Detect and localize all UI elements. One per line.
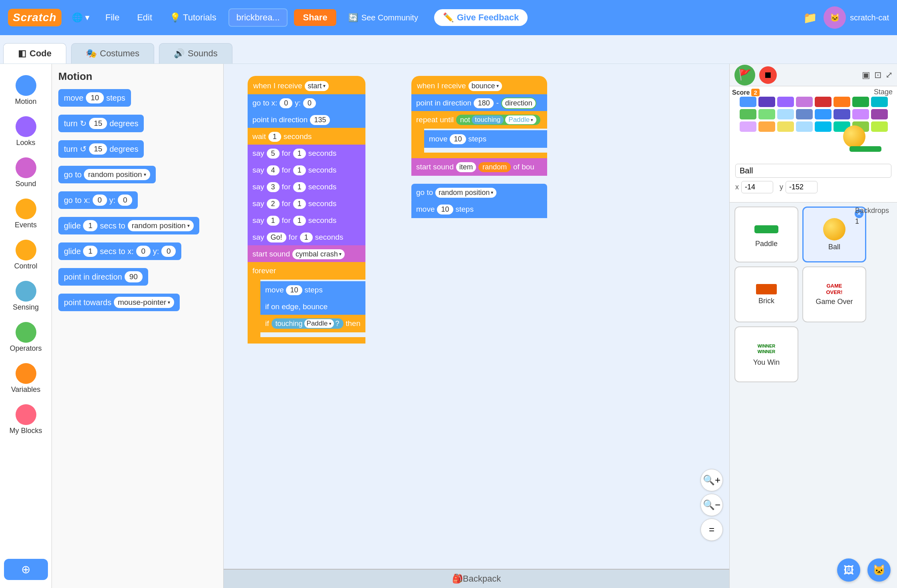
block-sound-random[interactable]: start sound item random of bou xyxy=(411,158,547,176)
block-move-bounce-end[interactable]: move 10 steps xyxy=(411,201,547,218)
script-2: when I receive bounce ▾ point in directi… xyxy=(411,76,547,218)
block-point-towards[interactable]: point towards mouse-pointer ▾ xyxy=(58,294,180,311)
x-coord-input[interactable] xyxy=(741,181,773,193)
block-move-forever[interactable]: move 10 steps xyxy=(260,281,365,299)
zoom-out-button[interactable]: 🔍− xyxy=(701,494,723,516)
block-glide-xy[interactable]: glide 1 secs to x: 0 y: 0 xyxy=(58,242,181,260)
block-goto-random-bounce[interactable]: go to random position ▾ xyxy=(411,184,547,201)
tutorials-button[interactable]: 💡 Tutorials xyxy=(164,10,222,25)
x-coord-field: x xyxy=(735,181,773,193)
sprite-grid-area: Paddle ✕ Ball Brick GAMEOVER! Game Over xyxy=(730,203,897,588)
zoom-out-icon: 🔍− xyxy=(703,499,720,511)
stop-button[interactable]: ⏹ xyxy=(759,66,777,84)
stage-preview: 🚩 ⏹ ▣ ⊡ ⤢ Score 2 Stage xyxy=(730,64,897,160)
brick-name: Brick xyxy=(758,297,774,305)
large-stage-button[interactable]: ⊡ xyxy=(874,70,881,80)
sidebar-item-control[interactable]: Control xyxy=(4,236,48,274)
block-say-go[interactable]: say Go! for 1 seconds xyxy=(248,228,365,246)
tutorials-icon: 💡 xyxy=(170,12,181,23)
sidebar-item-myblocks[interactable]: My Blocks xyxy=(4,401,48,438)
sprite-name-input[interactable] xyxy=(735,164,891,178)
block-goto-xy-s1[interactable]: go to x: 0 y: 0 xyxy=(248,94,365,112)
zoom-in-button[interactable]: 🔍+ xyxy=(701,469,723,491)
block-sound-cymbal[interactable]: start sound cymbal crash ▾ xyxy=(248,245,365,263)
stage-panel: 🚩 ⏹ ▣ ⊡ ⤢ Score 2 Stage xyxy=(729,64,897,588)
backpack-label: Backpack xyxy=(463,574,501,584)
folder-icon[interactable]: 📁 xyxy=(803,11,817,24)
edit-menu[interactable]: Edit xyxy=(131,10,158,25)
sidebar-item-operators[interactable]: Operators xyxy=(4,319,48,356)
ball-thumb xyxy=(823,218,845,240)
gameover-name: Game Over xyxy=(816,298,853,306)
block-move[interactable]: move 10 steps xyxy=(58,89,131,107)
small-stage-button[interactable]: ▣ xyxy=(862,70,870,80)
block-edge-bounce[interactable]: if on edge, bounce xyxy=(260,298,365,316)
sprite-card-brick[interactable]: Brick xyxy=(734,266,798,322)
project-name-button[interactable]: brickbrea... xyxy=(228,8,288,27)
file-menu[interactable]: File xyxy=(100,10,125,25)
block-say-5[interactable]: say 5 for 1 seconds xyxy=(248,145,365,162)
add-sprite-button[interactable]: 🐱 xyxy=(867,558,891,582)
color-swatch xyxy=(796,121,813,132)
sprite-card-youwin[interactable]: WINNERWINNER You Win xyxy=(734,326,798,382)
costumes-icon: 🎭 xyxy=(86,48,97,59)
sprite-card-gameover[interactable]: GAMEOVER! Game Over xyxy=(802,266,866,322)
block-goto-xy[interactable]: go to x: 0 y: 0 xyxy=(58,191,138,209)
sprite-card-paddle[interactable]: Paddle xyxy=(734,207,798,262)
sidebar-item-looks[interactable]: Looks xyxy=(4,113,48,150)
block-glide-random[interactable]: glide 1 secs to random position ▾ xyxy=(58,217,199,234)
block-turn-ccw[interactable]: turn ↺ 15 degrees xyxy=(58,140,144,158)
color-swatch xyxy=(815,121,832,132)
backpack-bar[interactable]: 🎒 Backpack xyxy=(224,569,729,588)
add-extension-button[interactable]: ⊕ xyxy=(4,559,48,580)
block-wait-1[interactable]: wait 1 seconds xyxy=(248,128,365,145)
user-area[interactable]: 🐱 scratch-cat xyxy=(824,6,889,29)
block-move-repeat[interactable]: move 10 steps xyxy=(424,130,547,148)
canvas-scroll[interactable]: when I receive start ▾ go to x: 0 y: 0 p… xyxy=(224,64,729,569)
zoom-fit-button[interactable]: = xyxy=(701,518,723,541)
sidebar-item-events[interactable]: Events xyxy=(4,195,48,232)
block-forever[interactable]: forever move 10 steps if on edge, bounce xyxy=(248,262,365,344)
y-coord-input[interactable] xyxy=(786,181,818,193)
community-button[interactable]: 🔄 See Community xyxy=(343,10,424,25)
color-swatch xyxy=(758,97,775,107)
color-swatch xyxy=(871,109,888,119)
hat-receive-bounce[interactable]: when I receive bounce ▾ xyxy=(411,76,547,95)
sprite-coords: x y xyxy=(735,181,891,193)
color-swatch xyxy=(777,109,794,119)
block-point-direction-bounce[interactable]: point in direction 180 - direction xyxy=(411,94,547,112)
sprite-grid: Paddle ✕ Ball Brick GAMEOVER! Game Over xyxy=(734,207,892,382)
sidebar-item-sound[interactable]: Sound xyxy=(4,154,48,191)
color-swatch xyxy=(777,97,794,107)
block-if-touching[interactable]: if touching Paddle ▾ ? then xyxy=(260,315,365,332)
share-button[interactable]: Share xyxy=(294,9,336,26)
feedback-button[interactable]: ✏️ Give Feedback xyxy=(434,9,528,26)
sidebar-item-variables[interactable]: Variables xyxy=(4,360,48,397)
block-say-3[interactable]: say 3 for 1 seconds xyxy=(248,178,365,196)
sidebar-item-sensing[interactable]: Sensing xyxy=(4,278,48,315)
tab-sounds[interactable]: 🔊 Sounds xyxy=(159,43,232,64)
green-flag-button[interactable]: 🚩 xyxy=(734,65,755,85)
tab-code[interactable]: ◧ Code xyxy=(3,43,66,64)
ball-sprite-preview xyxy=(843,125,865,148)
brick-thumb xyxy=(756,284,777,294)
block-point-135[interactable]: point in direction 135 xyxy=(248,111,365,129)
sounds-icon: 🔊 xyxy=(174,48,185,59)
globe-button[interactable]: 🌐 ▾ xyxy=(68,10,93,25)
block-turn-cw[interactable]: turn ↻ 15 degrees xyxy=(58,115,144,132)
tab-costumes[interactable]: 🎭 Costumes xyxy=(71,43,154,64)
sidebar-item-motion[interactable]: Motion xyxy=(4,72,48,109)
block-say-2[interactable]: say 2 for 1 seconds xyxy=(248,195,365,213)
block-repeat-until[interactable]: repeat until not touching Paddle ▾ move … xyxy=(411,111,547,159)
block-point-direction[interactable]: point in direction 90 xyxy=(58,268,148,286)
block-say-1[interactable]: say 1 for 1 seconds xyxy=(248,212,365,229)
globe-icon: 🌐 xyxy=(72,12,83,23)
add-backdrop-button[interactable]: 🖼 xyxy=(837,558,860,582)
block-goto-random[interactable]: go to random position ▾ xyxy=(58,166,156,183)
block-say-4[interactable]: say 4 for 1 seconds xyxy=(248,161,365,179)
hat-receive-start[interactable]: when I receive start ▾ xyxy=(248,76,365,95)
sidebar-label-variables: Variables xyxy=(11,385,41,394)
fullscreen-button[interactable]: ⤢ xyxy=(885,70,893,80)
scratch-logo[interactable]: Scratch xyxy=(8,9,62,26)
color-swatch xyxy=(852,109,869,119)
